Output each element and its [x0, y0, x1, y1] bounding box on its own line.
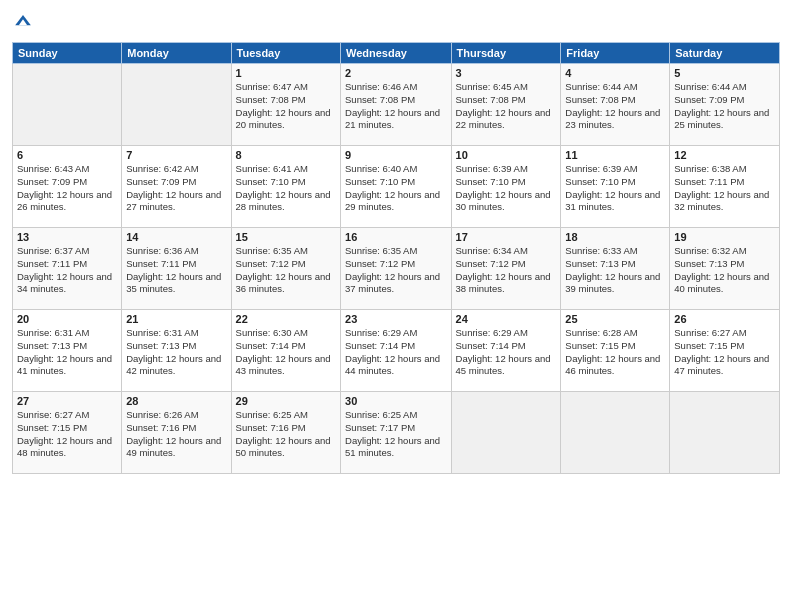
- day-cell: 7Sunrise: 6:42 AM Sunset: 7:09 PM Daylig…: [122, 146, 231, 228]
- header: [12, 10, 780, 34]
- day-cell: 29Sunrise: 6:25 AM Sunset: 7:16 PM Dayli…: [231, 392, 340, 474]
- day-info: Sunrise: 6:29 AM Sunset: 7:14 PM Dayligh…: [345, 327, 447, 378]
- day-number: 16: [345, 231, 447, 243]
- day-cell: 13Sunrise: 6:37 AM Sunset: 7:11 PM Dayli…: [13, 228, 122, 310]
- day-cell: 23Sunrise: 6:29 AM Sunset: 7:14 PM Dayli…: [341, 310, 452, 392]
- day-number: 10: [456, 149, 557, 161]
- day-number: 14: [126, 231, 226, 243]
- day-number: 20: [17, 313, 117, 325]
- day-info: Sunrise: 6:43 AM Sunset: 7:09 PM Dayligh…: [17, 163, 117, 214]
- weekday-saturday: Saturday: [670, 43, 780, 64]
- day-cell: 5Sunrise: 6:44 AM Sunset: 7:09 PM Daylig…: [670, 64, 780, 146]
- day-cell: 19Sunrise: 6:32 AM Sunset: 7:13 PM Dayli…: [670, 228, 780, 310]
- day-cell: [13, 64, 122, 146]
- weekday-sunday: Sunday: [13, 43, 122, 64]
- day-cell: 20Sunrise: 6:31 AM Sunset: 7:13 PM Dayli…: [13, 310, 122, 392]
- day-cell: 6Sunrise: 6:43 AM Sunset: 7:09 PM Daylig…: [13, 146, 122, 228]
- day-number: 2: [345, 67, 447, 79]
- day-info: Sunrise: 6:45 AM Sunset: 7:08 PM Dayligh…: [456, 81, 557, 132]
- day-cell: 25Sunrise: 6:28 AM Sunset: 7:15 PM Dayli…: [561, 310, 670, 392]
- day-cell: 27Sunrise: 6:27 AM Sunset: 7:15 PM Dayli…: [13, 392, 122, 474]
- day-info: Sunrise: 6:44 AM Sunset: 7:08 PM Dayligh…: [565, 81, 665, 132]
- day-info: Sunrise: 6:33 AM Sunset: 7:13 PM Dayligh…: [565, 245, 665, 296]
- day-cell: 1Sunrise: 6:47 AM Sunset: 7:08 PM Daylig…: [231, 64, 340, 146]
- day-info: Sunrise: 6:35 AM Sunset: 7:12 PM Dayligh…: [236, 245, 336, 296]
- day-info: Sunrise: 6:31 AM Sunset: 7:13 PM Dayligh…: [126, 327, 226, 378]
- day-info: Sunrise: 6:34 AM Sunset: 7:12 PM Dayligh…: [456, 245, 557, 296]
- day-cell: 11Sunrise: 6:39 AM Sunset: 7:10 PM Dayli…: [561, 146, 670, 228]
- day-number: 9: [345, 149, 447, 161]
- day-cell: 2Sunrise: 6:46 AM Sunset: 7:08 PM Daylig…: [341, 64, 452, 146]
- day-cell: [122, 64, 231, 146]
- day-info: Sunrise: 6:46 AM Sunset: 7:08 PM Dayligh…: [345, 81, 447, 132]
- day-number: 30: [345, 395, 447, 407]
- day-info: Sunrise: 6:25 AM Sunset: 7:17 PM Dayligh…: [345, 409, 447, 460]
- day-info: Sunrise: 6:40 AM Sunset: 7:10 PM Dayligh…: [345, 163, 447, 214]
- day-number: 29: [236, 395, 336, 407]
- day-number: 26: [674, 313, 775, 325]
- day-info: Sunrise: 6:35 AM Sunset: 7:12 PM Dayligh…: [345, 245, 447, 296]
- day-info: Sunrise: 6:25 AM Sunset: 7:16 PM Dayligh…: [236, 409, 336, 460]
- day-info: Sunrise: 6:28 AM Sunset: 7:15 PM Dayligh…: [565, 327, 665, 378]
- day-cell: 24Sunrise: 6:29 AM Sunset: 7:14 PM Dayli…: [451, 310, 561, 392]
- day-number: 15: [236, 231, 336, 243]
- day-number: 12: [674, 149, 775, 161]
- day-info: Sunrise: 6:44 AM Sunset: 7:09 PM Dayligh…: [674, 81, 775, 132]
- week-row-1: 1Sunrise: 6:47 AM Sunset: 7:08 PM Daylig…: [13, 64, 780, 146]
- week-row-4: 20Sunrise: 6:31 AM Sunset: 7:13 PM Dayli…: [13, 310, 780, 392]
- day-info: Sunrise: 6:31 AM Sunset: 7:13 PM Dayligh…: [17, 327, 117, 378]
- day-number: 25: [565, 313, 665, 325]
- day-number: 17: [456, 231, 557, 243]
- day-info: Sunrise: 6:41 AM Sunset: 7:10 PM Dayligh…: [236, 163, 336, 214]
- day-cell: 8Sunrise: 6:41 AM Sunset: 7:10 PM Daylig…: [231, 146, 340, 228]
- day-cell: [670, 392, 780, 474]
- day-info: Sunrise: 6:38 AM Sunset: 7:11 PM Dayligh…: [674, 163, 775, 214]
- weekday-wednesday: Wednesday: [341, 43, 452, 64]
- day-cell: 4Sunrise: 6:44 AM Sunset: 7:08 PM Daylig…: [561, 64, 670, 146]
- day-number: 13: [17, 231, 117, 243]
- day-number: 27: [17, 395, 117, 407]
- week-row-2: 6Sunrise: 6:43 AM Sunset: 7:09 PM Daylig…: [13, 146, 780, 228]
- day-info: Sunrise: 6:26 AM Sunset: 7:16 PM Dayligh…: [126, 409, 226, 460]
- logo: [12, 10, 32, 34]
- day-cell: 10Sunrise: 6:39 AM Sunset: 7:10 PM Dayli…: [451, 146, 561, 228]
- day-number: 6: [17, 149, 117, 161]
- day-info: Sunrise: 6:47 AM Sunset: 7:08 PM Dayligh…: [236, 81, 336, 132]
- day-number: 18: [565, 231, 665, 243]
- day-number: 3: [456, 67, 557, 79]
- day-cell: 17Sunrise: 6:34 AM Sunset: 7:12 PM Dayli…: [451, 228, 561, 310]
- weekday-thursday: Thursday: [451, 43, 561, 64]
- day-number: 24: [456, 313, 557, 325]
- calendar-table: SundayMondayTuesdayWednesdayThursdayFrid…: [12, 42, 780, 474]
- day-number: 11: [565, 149, 665, 161]
- day-number: 8: [236, 149, 336, 161]
- weekday-monday: Monday: [122, 43, 231, 64]
- day-cell: 12Sunrise: 6:38 AM Sunset: 7:11 PM Dayli…: [670, 146, 780, 228]
- day-info: Sunrise: 6:27 AM Sunset: 7:15 PM Dayligh…: [17, 409, 117, 460]
- day-number: 5: [674, 67, 775, 79]
- day-number: 1: [236, 67, 336, 79]
- day-number: 23: [345, 313, 447, 325]
- day-info: Sunrise: 6:27 AM Sunset: 7:15 PM Dayligh…: [674, 327, 775, 378]
- day-cell: 28Sunrise: 6:26 AM Sunset: 7:16 PM Dayli…: [122, 392, 231, 474]
- day-info: Sunrise: 6:42 AM Sunset: 7:09 PM Dayligh…: [126, 163, 226, 214]
- day-number: 28: [126, 395, 226, 407]
- day-cell: 22Sunrise: 6:30 AM Sunset: 7:14 PM Dayli…: [231, 310, 340, 392]
- day-info: Sunrise: 6:37 AM Sunset: 7:11 PM Dayligh…: [17, 245, 117, 296]
- day-number: 7: [126, 149, 226, 161]
- day-cell: [451, 392, 561, 474]
- day-cell: 26Sunrise: 6:27 AM Sunset: 7:15 PM Dayli…: [670, 310, 780, 392]
- week-row-3: 13Sunrise: 6:37 AM Sunset: 7:11 PM Dayli…: [13, 228, 780, 310]
- day-number: 22: [236, 313, 336, 325]
- day-cell: 16Sunrise: 6:35 AM Sunset: 7:12 PM Dayli…: [341, 228, 452, 310]
- day-cell: 15Sunrise: 6:35 AM Sunset: 7:12 PM Dayli…: [231, 228, 340, 310]
- day-info: Sunrise: 6:32 AM Sunset: 7:13 PM Dayligh…: [674, 245, 775, 296]
- day-info: Sunrise: 6:39 AM Sunset: 7:10 PM Dayligh…: [565, 163, 665, 214]
- day-cell: 30Sunrise: 6:25 AM Sunset: 7:17 PM Dayli…: [341, 392, 452, 474]
- weekday-friday: Friday: [561, 43, 670, 64]
- day-info: Sunrise: 6:30 AM Sunset: 7:14 PM Dayligh…: [236, 327, 336, 378]
- day-cell: [561, 392, 670, 474]
- day-cell: 18Sunrise: 6:33 AM Sunset: 7:13 PM Dayli…: [561, 228, 670, 310]
- day-cell: 21Sunrise: 6:31 AM Sunset: 7:13 PM Dayli…: [122, 310, 231, 392]
- day-info: Sunrise: 6:36 AM Sunset: 7:11 PM Dayligh…: [126, 245, 226, 296]
